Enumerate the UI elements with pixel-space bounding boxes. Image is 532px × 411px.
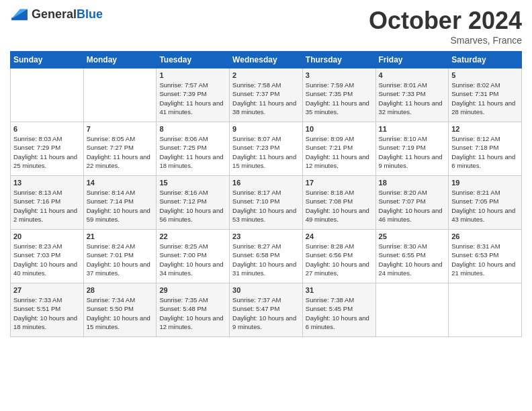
day-info: Sunrise: 8:14 AM Sunset: 7:14 PM Dayligh… [87, 188, 154, 224]
day-header-saturday: Saturday [449, 52, 522, 68]
day-number: 9 [232, 125, 300, 133]
day-header-monday: Monday [83, 52, 157, 68]
calendar-cell: 6Sunrise: 8:03 AM Sunset: 7:29 PM Daylig… [11, 122, 84, 176]
day-number: 16 [232, 179, 300, 187]
day-info: Sunrise: 7:35 AM Sunset: 5:48 PM Dayligh… [159, 295, 226, 331]
day-info: Sunrise: 8:12 AM Sunset: 7:18 PM Dayligh… [451, 134, 519, 170]
day-info: Sunrise: 8:27 AM Sunset: 6:58 PM Dayligh… [232, 242, 300, 277]
day-info: Sunrise: 7:59 AM Sunset: 7:35 PM Dayligh… [306, 81, 373, 116]
day-info: Sunrise: 8:20 AM Sunset: 7:07 PM Dayligh… [379, 188, 446, 224]
day-info: Sunrise: 7:38 AM Sunset: 5:45 PM Dayligh… [306, 295, 373, 331]
day-number: 11 [379, 125, 446, 133]
calendar-cell: 1Sunrise: 7:57 AM Sunset: 7:39 PM Daylig… [157, 68, 230, 122]
calendar-cell: 11Sunrise: 8:10 AM Sunset: 7:19 PM Dayli… [375, 122, 449, 176]
day-info: Sunrise: 8:31 AM Sunset: 6:53 PM Dayligh… [451, 242, 519, 277]
calendar-week-row: 20Sunrise: 8:23 AM Sunset: 7:03 PM Dayli… [11, 230, 522, 283]
calendar-header-row: SundayMondayTuesdayWednesdayThursdayFrid… [11, 52, 522, 68]
calendar-cell: 7Sunrise: 8:05 AM Sunset: 7:27 PM Daylig… [83, 122, 157, 176]
day-info: Sunrise: 8:10 AM Sunset: 7:19 PM Dayligh… [379, 134, 446, 170]
calendar-table: SundayMondayTuesdayWednesdayThursdayFrid… [10, 51, 522, 337]
calendar-cell: 28Sunrise: 7:34 AM Sunset: 5:50 PM Dayli… [83, 283, 157, 337]
calendar-cell: 8Sunrise: 8:06 AM Sunset: 7:25 PM Daylig… [157, 122, 230, 176]
calendar-cell: 2Sunrise: 7:58 AM Sunset: 7:37 PM Daylig… [230, 68, 303, 122]
calendar-week-row: 13Sunrise: 8:13 AM Sunset: 7:16 PM Dayli… [11, 176, 522, 230]
day-number: 8 [159, 125, 226, 133]
day-info: Sunrise: 7:58 AM Sunset: 7:37 PM Dayligh… [232, 81, 300, 116]
day-info: Sunrise: 7:33 AM Sunset: 5:51 PM Dayligh… [13, 295, 81, 331]
day-info: Sunrise: 8:28 AM Sunset: 6:56 PM Dayligh… [306, 242, 373, 277]
calendar-cell: 10Sunrise: 8:09 AM Sunset: 7:21 PM Dayli… [302, 122, 375, 176]
calendar-cell [375, 283, 449, 337]
calendar-cell: 3Sunrise: 7:59 AM Sunset: 7:35 PM Daylig… [302, 68, 375, 122]
day-number: 5 [451, 71, 519, 79]
logo-icon [10, 7, 29, 21]
day-info: Sunrise: 8:16 AM Sunset: 7:12 PM Dayligh… [159, 188, 226, 224]
logo: GeneralBlue [10, 7, 103, 21]
calendar-cell: 16Sunrise: 8:17 AM Sunset: 7:10 PM Dayli… [230, 176, 303, 230]
day-info: Sunrise: 8:09 AM Sunset: 7:21 PM Dayligh… [306, 134, 373, 170]
day-info: Sunrise: 7:34 AM Sunset: 5:50 PM Dayligh… [87, 295, 154, 331]
day-number: 4 [379, 71, 446, 79]
day-number: 30 [232, 286, 300, 294]
day-number: 12 [451, 125, 519, 133]
calendar-cell: 27Sunrise: 7:33 AM Sunset: 5:51 PM Dayli… [11, 283, 84, 337]
page-header: GeneralBlue October 2024 Smarves, France [10, 7, 522, 46]
day-number: 3 [306, 71, 373, 79]
day-info: Sunrise: 8:02 AM Sunset: 7:31 PM Dayligh… [451, 81, 519, 116]
day-header-wednesday: Wednesday [230, 52, 303, 68]
day-info: Sunrise: 8:03 AM Sunset: 7:29 PM Dayligh… [13, 134, 81, 170]
day-number: 18 [379, 179, 446, 187]
day-number: 29 [159, 286, 226, 294]
month-title: October 2024 [369, 7, 522, 35]
calendar-cell: 20Sunrise: 8:23 AM Sunset: 7:03 PM Dayli… [11, 230, 84, 283]
day-info: Sunrise: 8:17 AM Sunset: 7:10 PM Dayligh… [232, 188, 300, 224]
day-number: 13 [13, 179, 81, 187]
day-info: Sunrise: 8:13 AM Sunset: 7:16 PM Dayligh… [13, 188, 81, 224]
day-number: 17 [306, 179, 373, 187]
day-number: 7 [87, 125, 154, 133]
day-info: Sunrise: 8:25 AM Sunset: 7:00 PM Dayligh… [159, 242, 226, 277]
calendar-cell: 31Sunrise: 7:38 AM Sunset: 5:45 PM Dayli… [302, 283, 375, 337]
calendar-cell: 4Sunrise: 8:01 AM Sunset: 7:33 PM Daylig… [375, 68, 449, 122]
calendar-cell: 23Sunrise: 8:27 AM Sunset: 6:58 PM Dayli… [230, 230, 303, 283]
day-info: Sunrise: 8:05 AM Sunset: 7:27 PM Dayligh… [87, 134, 154, 170]
calendar-cell: 18Sunrise: 8:20 AM Sunset: 7:07 PM Dayli… [375, 176, 449, 230]
day-number: 2 [232, 71, 300, 79]
day-number: 23 [232, 232, 300, 240]
calendar-cell [449, 283, 522, 337]
calendar-cell: 26Sunrise: 8:31 AM Sunset: 6:53 PM Dayli… [449, 230, 522, 283]
calendar-cell: 15Sunrise: 8:16 AM Sunset: 7:12 PM Dayli… [157, 176, 230, 230]
day-info: Sunrise: 8:23 AM Sunset: 7:03 PM Dayligh… [13, 242, 81, 277]
day-number: 31 [306, 286, 373, 294]
calendar-cell: 17Sunrise: 8:18 AM Sunset: 7:08 PM Dayli… [302, 176, 375, 230]
day-number: 20 [13, 232, 81, 240]
day-info: Sunrise: 8:24 AM Sunset: 7:01 PM Dayligh… [87, 242, 154, 277]
day-header-sunday: Sunday [11, 52, 84, 68]
day-number: 21 [87, 232, 154, 240]
calendar-cell: 19Sunrise: 8:21 AM Sunset: 7:05 PM Dayli… [449, 176, 522, 230]
day-info: Sunrise: 8:30 AM Sunset: 6:55 PM Dayligh… [379, 242, 446, 277]
calendar-cell: 25Sunrise: 8:30 AM Sunset: 6:55 PM Dayli… [375, 230, 449, 283]
logo-blue: Blue [77, 7, 103, 21]
calendar-cell: 22Sunrise: 8:25 AM Sunset: 7:00 PM Dayli… [157, 230, 230, 283]
calendar-week-row: 1Sunrise: 7:57 AM Sunset: 7:39 PM Daylig… [11, 68, 522, 122]
calendar-cell: 30Sunrise: 7:37 AM Sunset: 5:47 PM Dayli… [230, 283, 303, 337]
day-number: 6 [13, 125, 81, 133]
day-number: 24 [306, 232, 373, 240]
day-number: 15 [159, 179, 226, 187]
day-number: 28 [87, 286, 154, 294]
day-info: Sunrise: 8:18 AM Sunset: 7:08 PM Dayligh… [306, 188, 373, 224]
calendar-cell: 29Sunrise: 7:35 AM Sunset: 5:48 PM Dayli… [157, 283, 230, 337]
day-number: 19 [451, 179, 519, 187]
calendar-cell: 21Sunrise: 8:24 AM Sunset: 7:01 PM Dayli… [83, 230, 157, 283]
calendar-cell: 14Sunrise: 8:14 AM Sunset: 7:14 PM Dayli… [83, 176, 157, 230]
day-header-friday: Friday [375, 52, 449, 68]
svg-rect-2 [11, 18, 28, 21]
logo-text: GeneralBlue [32, 7, 103, 21]
title-block: October 2024 Smarves, France [369, 7, 522, 46]
day-number: 1 [159, 71, 226, 79]
day-number: 14 [87, 179, 154, 187]
logo-general: General [32, 7, 77, 21]
calendar-week-row: 27Sunrise: 7:33 AM Sunset: 5:51 PM Dayli… [11, 283, 522, 337]
day-info: Sunrise: 8:07 AM Sunset: 7:23 PM Dayligh… [232, 134, 300, 170]
